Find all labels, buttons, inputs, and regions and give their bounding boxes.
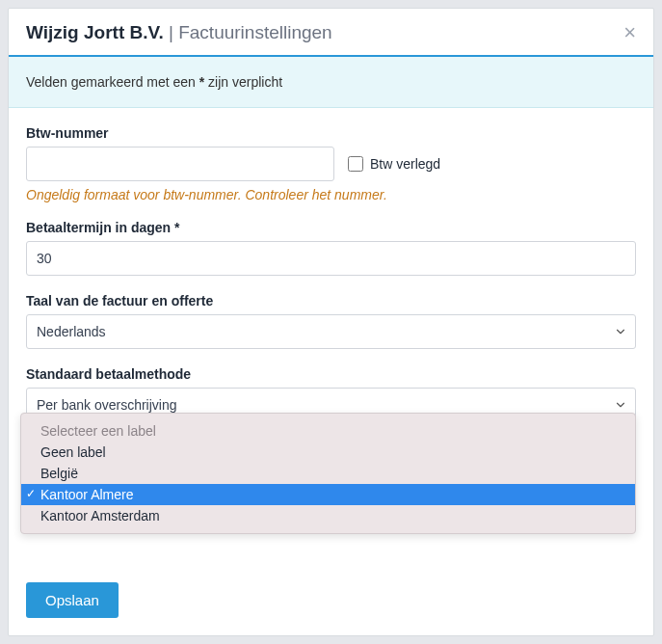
term-group: Betaaltermijn in dagen * [26, 220, 636, 276]
dropdown-option-almere[interactable]: Kantoor Almere [21, 484, 635, 505]
dropdown-option-belgie[interactable]: België [21, 463, 635, 484]
paymethod-label: Standaard betaalmethode [26, 366, 636, 382]
term-input[interactable] [26, 241, 636, 276]
vat-error: Ongeldig formaat voor btw-nummer. Contro… [26, 187, 636, 202]
vat-label: Btw-nummer [26, 125, 636, 141]
form-body: Btw-nummer Btw verlegd Ongeldig formaat … [9, 108, 653, 582]
dropdown-option-amsterdam[interactable]: Kantoor Amsterdam [21, 505, 635, 533]
title-company: Wijzig Jortt B.V. [26, 22, 164, 42]
vat-input[interactable] [26, 147, 334, 181]
term-label: Betaaltermijn in dagen * [26, 220, 636, 235]
title-section: | Factuurinstellingen [164, 22, 332, 42]
language-select[interactable]: Nederlands [26, 314, 636, 349]
dropdown-option-none[interactable]: Geen label [21, 442, 635, 463]
language-group: Taal van de factuur en offerte Nederland… [26, 293, 636, 349]
modal-title: Wijzig Jortt B.V. | Factuurinstellingen [26, 22, 332, 43]
modal-dialog: Wijzig Jortt B.V. | Factuurinstellingen … [8, 8, 654, 636]
save-button[interactable]: Opslaan [26, 582, 119, 618]
dropdown-placeholder: Selecteer een label [21, 414, 635, 442]
vat-reverse-checkbox[interactable] [348, 156, 363, 172]
label-dropdown: Selecteer een label Geen label België Ka… [20, 413, 636, 534]
modal-header: Wijzig Jortt B.V. | Factuurinstellingen … [9, 9, 653, 57]
vat-reverse-wrap[interactable]: Btw verlegd [348, 156, 440, 172]
close-icon[interactable]: × [623, 22, 636, 43]
vat-reverse-label: Btw verlegd [370, 156, 440, 172]
language-label: Taal van de factuur en offerte [26, 293, 636, 309]
required-fields-info: Velden gemarkeerd met een * zijn verplic… [9, 57, 653, 108]
modal-footer: Opslaan [9, 582, 653, 635]
vat-group: Btw-nummer Btw verlegd Ongeldig formaat … [26, 125, 636, 202]
